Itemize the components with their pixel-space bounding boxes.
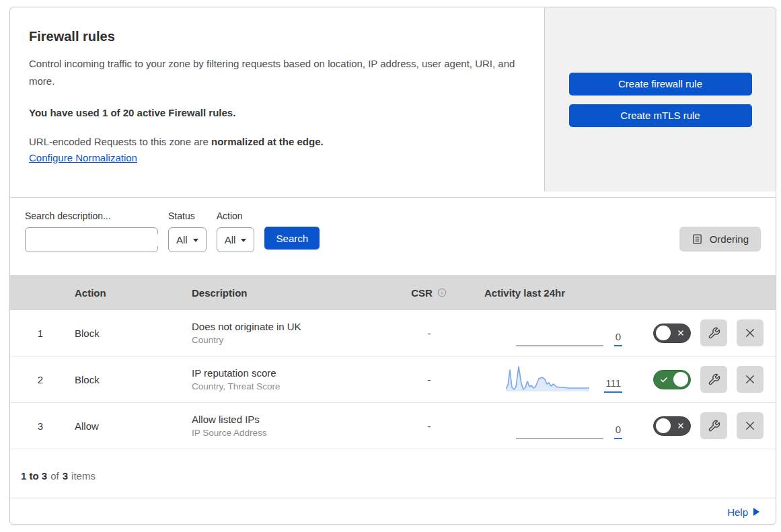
action-dropdown[interactable]: All bbox=[217, 227, 255, 252]
rule-controls bbox=[628, 319, 776, 346]
delete-rule-button[interactable] bbox=[737, 412, 764, 439]
x-icon bbox=[744, 420, 756, 432]
rule-fields: IP Source Address bbox=[192, 428, 392, 438]
column-csr-label: CSR bbox=[411, 287, 433, 299]
search-group: Search description... bbox=[25, 211, 158, 252]
help-link-label: Help bbox=[727, 506, 748, 518]
edit-rule-button[interactable] bbox=[700, 366, 727, 393]
activity-count-link[interactable]: 0 bbox=[614, 424, 622, 439]
rule-priority: 2 bbox=[10, 374, 71, 385]
x-icon bbox=[744, 327, 756, 339]
normalization-prefix: URL-encoded Requests to this zone are bbox=[29, 136, 211, 147]
status-label: Status bbox=[168, 211, 207, 221]
rule-enable-toggle[interactable] bbox=[653, 324, 691, 343]
firewall-rules-card: Firewall rules Control incoming traffic … bbox=[9, 7, 776, 525]
rule-description-cell: Does not originate in UK Country bbox=[192, 321, 392, 345]
pagination-summary: 1 to 3 of 3 items bbox=[10, 449, 776, 498]
document-list-icon bbox=[692, 233, 703, 245]
rule-title[interactable]: IP reputation score bbox=[192, 367, 392, 379]
edit-rule-button[interactable] bbox=[700, 412, 727, 439]
help-bar: Help bbox=[10, 498, 776, 525]
activity-sparkline-chart bbox=[506, 365, 593, 393]
wrench-icon bbox=[708, 420, 720, 432]
page-title: Firewall rules bbox=[29, 29, 517, 44]
items-range: 1 to 3 bbox=[21, 470, 47, 482]
rule-description-cell: Allow listed IPs IP Source Address bbox=[192, 414, 392, 438]
status-dropdown[interactable]: All bbox=[168, 227, 207, 252]
of-text: of bbox=[50, 470, 59, 482]
rule-action: Allow bbox=[71, 420, 192, 432]
action-dropdown-value: All bbox=[225, 234, 236, 245]
x-icon bbox=[677, 329, 685, 337]
rule-activity-cell: 111 bbox=[466, 356, 628, 402]
rule-csr-value: - bbox=[392, 420, 466, 432]
rule-activity-cell: 0 bbox=[466, 310, 628, 356]
header-section: Firewall rules Control incoming traffic … bbox=[10, 7, 776, 198]
table-row: 3 Allow Allow listed IPs IP Source Addre… bbox=[10, 403, 776, 449]
rule-csr-value: - bbox=[392, 328, 466, 339]
rule-controls bbox=[628, 366, 776, 393]
configure-normalization-link[interactable]: Configure Normalization bbox=[29, 152, 137, 163]
rule-priority: 3 bbox=[10, 420, 71, 432]
rule-csr-value: - bbox=[392, 374, 466, 385]
activity-sparkline-flat bbox=[516, 345, 603, 346]
status-filter-group: Status All bbox=[168, 211, 207, 252]
rule-enable-toggle[interactable] bbox=[653, 416, 691, 436]
column-description: Description bbox=[192, 287, 392, 299]
header-text-block: Firewall rules Control incoming traffic … bbox=[10, 7, 544, 197]
items-total: 3 bbox=[63, 470, 68, 482]
x-icon bbox=[744, 373, 756, 385]
search-input[interactable] bbox=[38, 234, 162, 246]
triangle-right-icon bbox=[753, 508, 759, 516]
table-row: 2 Block IP reputation score Country, Thr… bbox=[10, 356, 776, 403]
help-link[interactable]: Help bbox=[727, 506, 759, 518]
rule-title[interactable]: Allow listed IPs bbox=[192, 414, 392, 425]
wrench-icon bbox=[708, 327, 720, 340]
action-filter-group: Action All bbox=[217, 211, 255, 252]
x-icon bbox=[677, 422, 685, 430]
toggle-knob bbox=[656, 326, 671, 340]
create-mtls-rule-button[interactable]: Create mTLS rule bbox=[569, 104, 752, 127]
create-firewall-rule-button[interactable]: Create firewall rule bbox=[569, 73, 752, 96]
activity-count-link[interactable]: 0 bbox=[614, 331, 622, 346]
ordering-button-label: Ordering bbox=[710, 233, 749, 245]
table-row: 1 Block Does not originate in UK Country… bbox=[10, 310, 776, 356]
check-icon bbox=[660, 376, 668, 384]
rule-action: Block bbox=[71, 374, 192, 385]
column-csr: CSR bbox=[392, 287, 466, 299]
normalization-note: URL-encoded Requests to this zone are no… bbox=[29, 136, 517, 147]
search-button[interactable]: Search bbox=[264, 227, 320, 250]
wrench-icon bbox=[708, 373, 720, 386]
ordering-button[interactable]: Ordering bbox=[679, 227, 761, 252]
activity-sparkline-flat bbox=[516, 438, 603, 439]
column-activity: Activity last 24hr bbox=[466, 287, 628, 299]
rule-enable-toggle[interactable] bbox=[653, 370, 691, 389]
rule-fields: Country bbox=[192, 335, 392, 345]
page-description: Control incoming traffic to your zone by… bbox=[29, 55, 517, 91]
activity-count-link[interactable]: 111 bbox=[604, 377, 622, 393]
table-header: Action Description CSR Activity last 24h… bbox=[10, 275, 776, 310]
normalization-bold: normalized at the edge. bbox=[211, 136, 324, 147]
search-label: Search description... bbox=[25, 211, 158, 221]
rule-fields: Country, Threat Score bbox=[192, 381, 392, 391]
toggle-knob bbox=[673, 372, 688, 387]
action-label: Action bbox=[217, 211, 255, 221]
actions-panel: Create firewall rule Create mTLS rule bbox=[544, 7, 776, 192]
items-text: items bbox=[71, 470, 96, 482]
column-action: Action bbox=[71, 287, 192, 299]
toggle-knob bbox=[656, 418, 671, 433]
chevron-down-icon bbox=[241, 239, 246, 242]
edit-rule-button[interactable] bbox=[700, 319, 727, 346]
delete-rule-button[interactable] bbox=[737, 366, 764, 393]
filter-bar: Search description... Status All Action … bbox=[10, 198, 776, 275]
rule-action: Block bbox=[71, 328, 192, 339]
delete-rule-button[interactable] bbox=[737, 319, 764, 346]
chevron-down-icon bbox=[193, 239, 198, 242]
status-dropdown-value: All bbox=[176, 234, 188, 245]
info-circle-icon[interactable] bbox=[437, 287, 447, 298]
search-input-wrapper[interactable] bbox=[25, 227, 158, 252]
rule-controls bbox=[628, 412, 776, 439]
rule-title[interactable]: Does not originate in UK bbox=[192, 321, 392, 332]
rule-priority: 1 bbox=[10, 328, 71, 339]
usage-summary: You have used 1 of 20 active Firewall ru… bbox=[29, 107, 517, 118]
